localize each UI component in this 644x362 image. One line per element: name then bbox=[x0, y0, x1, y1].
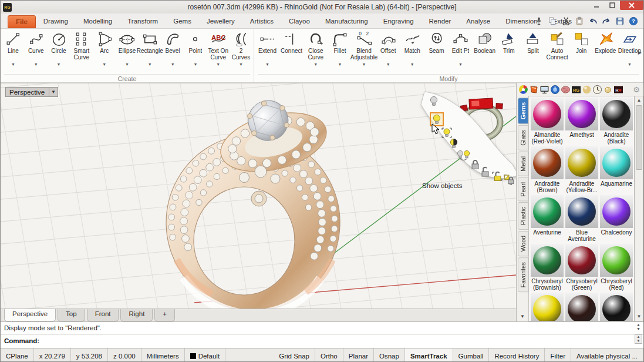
ribbon-tab[interactable]: Manufacturing bbox=[318, 15, 376, 28]
panel-scrollbar[interactable]: ▲ ▼ bbox=[635, 96, 643, 321]
dropdown-caret-icon[interactable]: ▼ bbox=[628, 62, 632, 68]
material-category-tab[interactable]: Glass bbox=[518, 125, 528, 150]
rb-badge-icon[interactable]: R bbox=[613, 85, 623, 95]
undo-icon[interactable] bbox=[588, 16, 598, 26]
tool-button[interactable]: Edit Pt ▼ bbox=[449, 30, 473, 75]
dropdown-caret-icon[interactable]: ▼ bbox=[265, 62, 269, 68]
tool-button[interactable]: Arc ▼ bbox=[93, 30, 116, 75]
clock-icon[interactable] bbox=[592, 85, 602, 95]
dropdown-caret-icon[interactable]: ▼ bbox=[34, 62, 38, 68]
tool-button[interactable]: Extend ▼ bbox=[255, 30, 279, 75]
dropdown-caret-icon[interactable]: ▼ bbox=[171, 62, 175, 68]
viewport-title-dropdown[interactable]: Perspective ▼ bbox=[5, 87, 58, 97]
tool-button[interactable]: Split ▼ bbox=[521, 30, 545, 75]
material-category-tab[interactable]: Gems bbox=[518, 98, 528, 124]
tool-button[interactable]: ABC Text On Curve ▼ bbox=[207, 30, 230, 75]
dropdown-caret-icon[interactable]: ▼ bbox=[386, 62, 390, 68]
ribbon-expander-icon[interactable]: ▶ bbox=[638, 50, 642, 55]
color-wheel-icon[interactable] bbox=[518, 85, 528, 95]
tool-button[interactable]: Join ▼ bbox=[569, 30, 594, 75]
viewport-3d[interactable]: Perspective ▼ bbox=[1, 83, 516, 309]
cut-icon[interactable] bbox=[561, 16, 571, 26]
tool-button[interactable]: Trim ▼ bbox=[497, 30, 521, 75]
status-toggle[interactable]: Planar bbox=[343, 348, 374, 362]
scroll-down-icon[interactable]: ▼ bbox=[635, 313, 643, 321]
status-toggle[interactable]: Gumball bbox=[453, 348, 490, 362]
tabs-overflow-icon[interactable]: ▼ bbox=[517, 314, 528, 321]
tool-button[interactable]: 2 Curves ▼ bbox=[230, 30, 252, 75]
ribbon-tab[interactable]: Gems bbox=[166, 15, 199, 28]
tool-button[interactable]: Offset ▼ bbox=[376, 30, 400, 75]
tool-button[interactable]: Smart Curve ▼ bbox=[70, 30, 93, 75]
ribbon-tab[interactable]: Modelling bbox=[76, 15, 120, 28]
tool-button[interactable]: Explode ▼ bbox=[594, 30, 618, 75]
dropdown-caret-icon[interactable]: ▼ bbox=[458, 62, 463, 68]
tool-button[interactable]: Boolean ▼ bbox=[473, 30, 497, 75]
tool-button[interactable]: Bevel ▼ bbox=[161, 30, 184, 75]
scroll-up-icon[interactable]: ▲ bbox=[635, 96, 643, 105]
status-toggle[interactable]: Grid Snap bbox=[274, 348, 315, 362]
lock-open-icon[interactable] bbox=[478, 166, 490, 177]
view-tab[interactable]: Top bbox=[58, 309, 85, 321]
gear-icon[interactable]: ⚙ bbox=[632, 85, 641, 95]
gem-swatch[interactable] bbox=[530, 293, 564, 321]
dropdown-caret-icon[interactable]: ▼ bbox=[11, 62, 15, 68]
dropdown-caret-icon[interactable]: ▼ bbox=[148, 62, 152, 68]
dropdown-caret-icon[interactable]: ▼ bbox=[57, 62, 61, 68]
status-toggle[interactable]: SmartTrack bbox=[405, 348, 453, 362]
tool-button[interactable]: Circle ▼ bbox=[48, 30, 70, 75]
tool-button[interactable]: Match ▼ bbox=[400, 30, 424, 75]
ribbon-tab[interactable]: File bbox=[8, 15, 36, 28]
ribbon-tab[interactable]: Render bbox=[422, 15, 459, 28]
ribbon-tab[interactable]: Drawing bbox=[36, 15, 76, 28]
dropdown-caret-icon[interactable]: ▼ bbox=[410, 62, 414, 68]
material-category-tab[interactable]: Pearl bbox=[518, 177, 528, 202]
tool-button[interactable]: Auto Connect ▼ bbox=[545, 30, 569, 75]
material-category-tab[interactable]: Metal bbox=[518, 152, 528, 176]
dropdown-caret-icon[interactable]: ▼ bbox=[313, 62, 318, 68]
lock-open-yellow-icon[interactable] bbox=[491, 170, 503, 182]
gem-swatch[interactable]: Chrysoberyl (Red) bbox=[599, 244, 633, 292]
status-cell[interactable]: y 53.208 bbox=[71, 348, 108, 362]
view-tab[interactable]: Front bbox=[87, 309, 119, 321]
status-cell[interactable]: x 20.279 bbox=[34, 348, 71, 362]
dropdown-caret-icon[interactable]: ▼ bbox=[102, 62, 106, 68]
status-toggle[interactable]: Osnap bbox=[374, 348, 405, 362]
status-cell[interactable]: Millimeters bbox=[141, 348, 185, 362]
ribbon-tab[interactable]: Analyse bbox=[458, 15, 498, 28]
tool-button[interactable]: Close Curve Tangentially ▼ bbox=[304, 30, 328, 75]
dropdown-caret-icon[interactable]: ▼ bbox=[125, 62, 129, 68]
gem-swatch[interactable]: Chalcedony bbox=[599, 195, 633, 243]
command-prompt[interactable]: Command: bbox=[1, 335, 643, 348]
lock-layer-icon[interactable] bbox=[503, 173, 515, 185]
tool-button[interactable]: 02 Blend Adjustable ▼ bbox=[352, 30, 376, 75]
power-blue-icon[interactable] bbox=[550, 85, 560, 95]
gold-nugget-icon[interactable] bbox=[603, 85, 613, 95]
redo-icon[interactable] bbox=[601, 16, 612, 26]
gem-swatch[interactable]: Andradite (Brown) bbox=[530, 146, 564, 195]
dropdown-caret-icon[interactable]: ▼ bbox=[193, 62, 197, 68]
microphone-icon[interactable] bbox=[534, 16, 544, 26]
tool-button[interactable]: Rectangle ▼ bbox=[139, 30, 161, 75]
history-scroll-up-icon[interactable]: ▲ bbox=[636, 323, 640, 327]
win-max-icon[interactable] bbox=[605, 1, 620, 10]
scrollbar-thumb[interactable] bbox=[636, 105, 642, 170]
material-category-tab[interactable]: Plastic bbox=[518, 202, 528, 230]
bulb-half-icon[interactable] bbox=[448, 138, 460, 149]
paste-icon[interactable] bbox=[574, 16, 585, 26]
view-tab[interactable]: Right bbox=[120, 309, 153, 321]
dropdown-caret-icon[interactable]: ▼ bbox=[239, 62, 243, 68]
material-shield-icon[interactable] bbox=[529, 85, 539, 95]
tool-button[interactable]: Seam ▼ bbox=[424, 30, 449, 75]
view-tab[interactable]: Perspective bbox=[4, 309, 56, 321]
win-min-icon[interactable] bbox=[589, 1, 605, 10]
gem-swatch[interactable]: Chrysoberyl (Green) bbox=[565, 244, 599, 292]
bulb-corners-icon[interactable] bbox=[441, 127, 453, 139]
tool-button[interactable]: Point ▼ bbox=[184, 30, 207, 75]
history-scroll-down-icon[interactable]: ▼ bbox=[636, 327, 640, 331]
gem-swatch[interactable]: Blue Aventurine bbox=[565, 195, 599, 243]
status-toggle[interactable]: Record History bbox=[489, 348, 545, 362]
gem-swatch[interactable]: Almandite (Red-Violet) bbox=[530, 98, 564, 146]
status-cell[interactable]: CPlane bbox=[1, 348, 34, 362]
gem-swatch[interactable]: Chrysoberyl (Brownish) bbox=[530, 244, 564, 292]
